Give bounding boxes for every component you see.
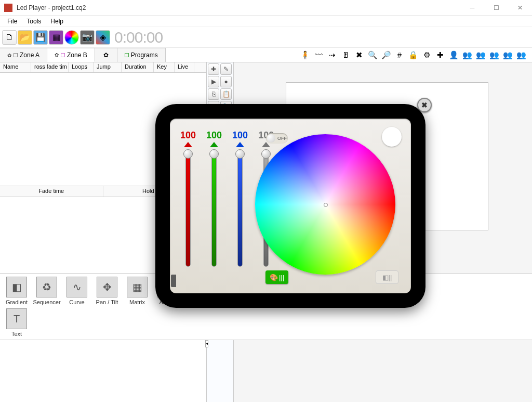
menu-help[interactable]: Help xyxy=(46,17,68,26)
fade-time-header[interactable]: Fade time xyxy=(0,186,103,197)
zone-color-icon xyxy=(14,53,18,57)
copy-icon[interactable]: ⎘ xyxy=(208,88,219,100)
add-user-icon[interactable]: 🧍 xyxy=(299,49,311,61)
toggle-switch[interactable]: OFF xyxy=(266,133,288,144)
zoom-out-icon[interactable]: 🔎 xyxy=(380,49,392,61)
label: Curve xyxy=(69,299,84,305)
matrix-icon: ▦ xyxy=(127,277,148,297)
bottom-mid-pane: ◂ xyxy=(207,340,234,402)
col-duration[interactable]: Duration xyxy=(122,62,154,72)
tab-label: Zone B xyxy=(67,51,87,59)
edit-scene-icon[interactable]: ✎ xyxy=(220,63,232,75)
link-icon[interactable]: ⇢ xyxy=(326,49,338,61)
cube-icon[interactable]: ◈ xyxy=(96,30,110,45)
color-wheel[interactable] xyxy=(255,134,395,275)
play-icon[interactable]: ▶ xyxy=(208,76,219,87)
col-jump[interactable]: Jump xyxy=(94,62,122,72)
palette-icon: 🎨 xyxy=(270,274,278,281)
slider-track[interactable] xyxy=(211,155,217,267)
sliders-icon: ||| xyxy=(279,274,284,281)
tools-icon[interactable]: ✖ xyxy=(353,49,365,61)
fixture-add-icon[interactable]: 👤 xyxy=(448,49,459,61)
save-file-icon[interactable]: 💾 xyxy=(33,30,48,45)
group-e-icon[interactable]: 👥 xyxy=(515,49,527,61)
lock-icon[interactable]: 🔒 xyxy=(407,49,419,61)
group-d-icon[interactable]: 👥 xyxy=(502,49,513,61)
menu-file[interactable]: File xyxy=(3,17,21,26)
maximize-button[interactable]: ☐ xyxy=(484,0,508,16)
color-picker-modal: ✖ 100 100 100 100 xyxy=(155,104,425,308)
tabs-row: ✿ Zone A ✿ Zone B ✿ Programs 🧍 〰 ⇢ 🎚 ✖ 🔍… xyxy=(0,48,532,62)
close-button[interactable]: ✕ xyxy=(508,0,532,16)
toggle-label: OFF xyxy=(277,136,287,141)
gear-icon: ✿ xyxy=(55,52,59,58)
label: Matrix xyxy=(129,299,145,305)
effect-curve[interactable]: ∿Curve xyxy=(64,277,89,305)
add-scene-icon[interactable]: ✚ xyxy=(208,63,219,75)
slider-knob[interactable] xyxy=(235,149,245,159)
drawer-handle-icon[interactable] xyxy=(171,275,176,287)
pantilt-icon: ✥ xyxy=(97,277,117,297)
expand-handle-icon[interactable]: ◂ xyxy=(205,340,208,347)
bottom-panes: ◂ xyxy=(0,340,532,402)
tab-zone-a[interactable]: ✿ Zone A xyxy=(0,48,47,62)
minimize-button[interactable]: ─ xyxy=(460,0,484,16)
bottom-right-pane[interactable] xyxy=(234,340,532,402)
blue-slider[interactable]: 100 xyxy=(232,130,248,267)
apply-color-button[interactable]: 🎨||| xyxy=(265,270,288,284)
tab-zone-b[interactable]: ✿ Zone B xyxy=(47,48,95,62)
red-slider[interactable]: 100 xyxy=(180,130,196,267)
right-toolbar: 🧍 〰 ⇢ 🎚 ✖ 🔍 🔎 # 🔒 ⚙ ✚ 👤 👥 👥 👥 👥 👥 xyxy=(299,48,532,62)
slider-knob[interactable] xyxy=(261,149,271,159)
color-wheel-icon[interactable] xyxy=(64,30,79,45)
slider-track[interactable] xyxy=(185,155,191,267)
effect-pantilt[interactable]: ✥Pan / Tilt xyxy=(95,277,119,305)
green-slider[interactable]: 100 xyxy=(206,130,222,267)
grid-icon[interactable]: ▦ xyxy=(49,30,63,45)
close-modal-button[interactable]: ✖ xyxy=(417,98,432,112)
effect-gradient[interactable]: ◧Gradient xyxy=(4,277,29,305)
camera-icon[interactable]: 📷 xyxy=(80,30,95,45)
stop-icon[interactable]: ● xyxy=(220,76,232,87)
open-file-icon[interactable]: 📂 xyxy=(18,30,32,45)
col-live[interactable]: Live xyxy=(175,62,194,72)
wave-icon[interactable]: 〰 xyxy=(313,49,324,61)
color-picker-panel: 100 100 100 100 xyxy=(170,119,411,293)
slider-knob[interactable] xyxy=(209,149,219,159)
secondary-button[interactable]: ◧|| xyxy=(376,270,398,284)
app-icon xyxy=(4,4,12,12)
col-crossfade[interactable]: ross fade tim xyxy=(31,62,69,72)
bottom-left-pane[interactable] xyxy=(0,340,207,402)
effect-sequencer[interactable]: ♻Sequencer xyxy=(34,277,59,305)
group-c-icon[interactable]: 👥 xyxy=(488,49,500,61)
hash-icon[interactable]: # xyxy=(394,49,405,61)
text-icon: T xyxy=(6,308,27,329)
tab-programs[interactable]: Programs xyxy=(117,48,166,62)
effect-matrix[interactable]: ▦Matrix xyxy=(125,277,150,305)
window-title: Led Player - project1.cq2 xyxy=(17,4,86,11)
new-file-icon[interactable]: 🗋 xyxy=(2,30,17,45)
green-value: 100 xyxy=(206,130,222,141)
col-key[interactable]: Key xyxy=(154,62,175,72)
gear-icon[interactable]: ⚙ xyxy=(421,49,432,61)
plus-icon: ✿ xyxy=(103,51,109,59)
sliders-icon[interactable]: 🎚 xyxy=(340,49,351,61)
tab-add[interactable]: ✿ xyxy=(95,48,117,62)
sequencer-icon: ♻ xyxy=(36,277,57,297)
slider-knob[interactable] xyxy=(183,149,193,159)
zoom-in-icon[interactable]: 🔍 xyxy=(367,49,378,61)
slider-track[interactable] xyxy=(237,155,243,267)
col-loops[interactable]: Loops xyxy=(69,62,94,72)
paste-icon[interactable]: 📋 xyxy=(220,88,232,100)
group-a-icon[interactable]: 👥 xyxy=(461,49,473,61)
programs-icon xyxy=(125,53,129,57)
patch-icon[interactable]: ✚ xyxy=(434,49,446,61)
group-b-icon[interactable]: 👥 xyxy=(475,49,486,61)
up-arrow-icon xyxy=(210,142,218,147)
label: Pan / Tilt xyxy=(96,299,118,305)
up-arrow-icon xyxy=(184,142,192,147)
curve-icon: ∿ xyxy=(66,277,87,297)
effect-text[interactable]: TText xyxy=(4,308,29,337)
col-name[interactable]: Name xyxy=(0,62,31,72)
menu-tools[interactable]: Tools xyxy=(22,17,45,26)
